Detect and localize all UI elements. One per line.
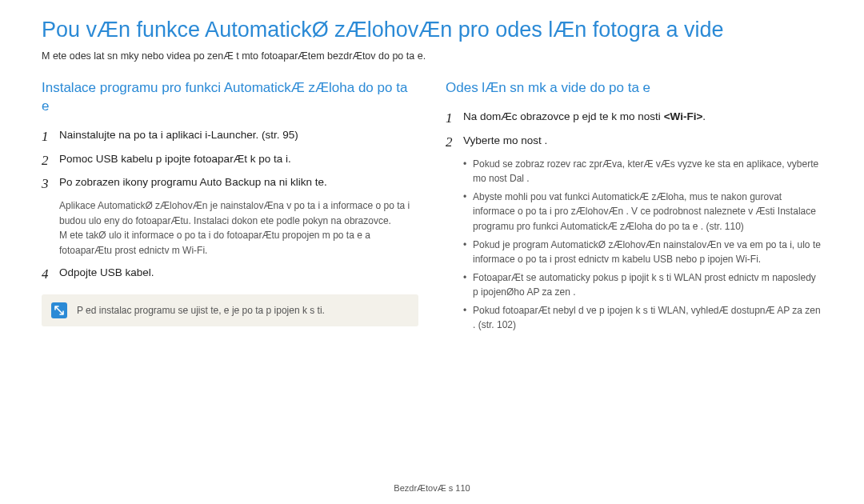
left-step-3-note: Aplikace AutomatickØ zÆlohovÆn je nainst…: [59, 198, 418, 258]
step-number: 2: [446, 133, 463, 152]
step-text-after: .: [702, 110, 706, 122]
info-icon: [51, 302, 67, 318]
info-note-box: P ed instalac programu se ujist te, e je…: [42, 294, 418, 326]
bullet-item: Pokud je program AutomatickØ zÆlohovÆn n…: [463, 238, 822, 267]
step-text: Pomoc USB kabelu p ipojte fotoaparÆt k p…: [59, 151, 418, 168]
right-column: Odes lÆn sn mk a vide do po ta e 1 Na do…: [446, 79, 822, 336]
page-title: Pou vÆn funkce AutomatickØ zÆlohovÆn pro…: [42, 18, 822, 42]
right-steps: 1 Na domÆc obrazovce p ejd te k mo nosti…: [446, 109, 822, 333]
bullet-item: Pokud se zobraz rozev rac zprÆva, kterÆ …: [463, 157, 822, 186]
left-step-3: 3 Po zobrazen ikony programu Auto Backup…: [42, 174, 418, 194]
step-number: 4: [42, 265, 59, 284]
left-step-2: 2 Pomoc USB kabelu p ipojte fotoaparÆt k…: [42, 151, 418, 170]
page-footer: BezdrÆtovÆ s 110: [0, 483, 864, 493]
step-text-bold: <Wi-Fi>: [664, 110, 703, 122]
step-number: 1: [42, 127, 59, 146]
step-text: Po zobrazen ikony programu Auto Backup n…: [59, 174, 418, 191]
bullet-item: FotoaparÆt se automaticky pokus p ipojit…: [463, 270, 822, 300]
right-step-2-bullets: Pokud se zobraz rozev rac zprÆva, kterÆ …: [463, 157, 822, 334]
step-text: Vyberte mo nost .: [463, 133, 822, 150]
right-heading: Odes lÆn sn mk a vide do po ta e: [446, 79, 822, 98]
step-text: Odpojte USB kabel.: [59, 265, 418, 282]
left-heading: Instalace programu pro funkci Automatick…: [42, 79, 418, 116]
step-text: Na domÆc obrazovce p ejd te k mo nosti <…: [463, 109, 822, 126]
left-steps: 1 Nainstalujte na po ta i aplikaci i-Lau…: [42, 127, 418, 327]
left-step-1: 1 Nainstalujte na po ta i aplikaci i-Lau…: [42, 127, 418, 146]
right-step-1: 1 Na domÆc obrazovce p ejd te k mo nosti…: [446, 109, 822, 128]
bullet-item: Pokud fotoaparÆt nebyl d ve p ipojen k s…: [463, 303, 822, 333]
step-number: 2: [42, 151, 59, 170]
step-number: 1: [446, 109, 463, 128]
step-number: 3: [42, 174, 59, 194]
left-step-4: 4 Odpojte USB kabel.: [42, 265, 418, 284]
note-text: P ed instalac programu se ujist te, e je…: [77, 305, 325, 316]
intro-text: M ete odes lat sn mky nebo videa po zenÆ…: [42, 50, 822, 62]
bullet-item: Abyste mohli pou vat funkci AutomatickÆ …: [463, 190, 822, 234]
two-column-layout: Instalace programu pro funkci Automatick…: [42, 79, 822, 336]
left-column: Instalace programu pro funkci Automatick…: [42, 79, 418, 336]
step-text-part1: Na domÆc obrazovce p ejd te k mo nosti: [463, 110, 661, 122]
step-text: Nainstalujte na po ta i aplikaci i-Launc…: [59, 127, 418, 144]
right-step-2: 2 Vyberte mo nost .: [446, 133, 822, 152]
